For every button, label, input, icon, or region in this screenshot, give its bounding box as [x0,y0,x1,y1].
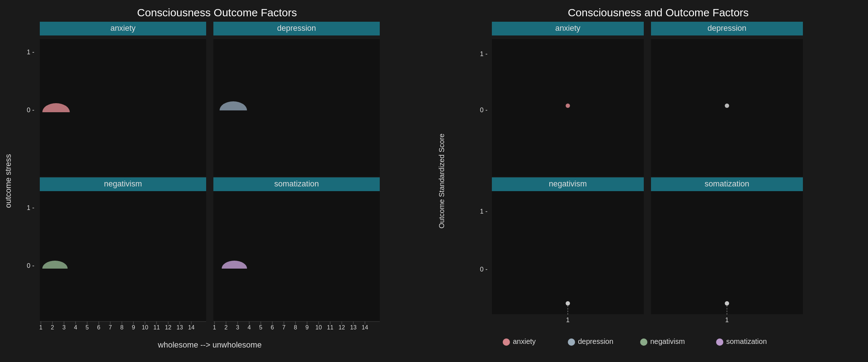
left-xtick-r-7: 7 [282,324,286,331]
left-xtick-l-6: 6 [97,324,101,331]
left-xtick-l-4: 4 [74,324,77,331]
left-xtick-l-2: 2 [51,324,54,331]
left-ytick-top-1: 1 - [27,49,34,56]
left-anxiety-label: anxiety [110,24,136,33]
left-title: Consciousness Outcome Factors [137,7,297,18]
left-somatization-clip [222,269,247,279]
right-negativism-dot [566,301,570,306]
left-bot-left-plot [40,191,206,321]
left-xtick-r-12: 12 [339,324,345,331]
left-negativism-label: negativism [104,179,142,188]
left-xtick-l-9: 9 [132,324,135,331]
left-xtick-r-10: 10 [315,324,322,331]
left-xtick-r-4: 4 [248,324,251,331]
legend-somatization-dot [716,338,723,346]
left-xtick-r-9: 9 [306,324,309,331]
left-xtick-l-13: 13 [176,324,183,331]
right-chart-panel: Consciousness and Outcome Factors anxiet… [434,0,868,362]
left-xtick-r-2: 2 [225,324,228,331]
left-depression-label: depression [277,24,316,33]
legend-depression-label: depression [578,337,613,345]
left-xtick-r-14: 14 [362,324,368,331]
left-chart-svg: Consciousness Outcome Factors anxiety de… [0,0,434,362]
left-xtick-l-5: 5 [86,324,89,331]
left-xtick-l-3: 3 [63,324,66,331]
left-bot-right-plot [213,191,380,321]
left-xtick-l-12: 12 [165,324,171,331]
right-somatization-dot [725,301,729,306]
right-bot-right-plot [651,191,803,314]
left-xtick-l-1: 1 [39,324,43,331]
left-xtick-r-6: 6 [271,324,274,331]
left-xtick-l-11: 11 [153,324,160,331]
legend-negativism-label: negativism [650,337,685,345]
left-xtick-l-10: 10 [142,324,148,331]
left-y-axis-label: outcome stress [4,154,13,208]
left-xtick-r-8: 8 [294,324,297,331]
left-xtick-l-14: 14 [188,324,195,331]
main-container: Consciousness Outcome Factors anxiety de… [0,0,868,362]
legend-negativism-dot [640,338,647,346]
right-ytick-bot-0: 0 - [480,266,488,273]
left-xtick-r-13: 13 [350,324,357,331]
right-negativism-label: negativism [549,179,587,188]
right-negativism-x-label: 1 [566,316,570,324]
left-xtick-l-7: 7 [109,324,112,331]
left-xtick-r-1: 1 [213,324,216,331]
left-depression-clip [220,110,247,121]
right-somatization-x-label: 1 [725,316,729,324]
left-chart-panel: Consciousness Outcome Factors anxiety de… [0,0,434,362]
right-title: Consciousness and Outcome Factors [568,7,749,18]
left-xtick-r-11: 11 [327,324,333,331]
left-xtick-r-5: 5 [259,324,263,331]
legend-anxiety-label: anxiety [513,337,536,345]
right-ytick-top-0: 0 - [480,106,488,114]
left-somatization-label: somatization [274,179,319,188]
right-anxiety-label: anxiety [555,24,580,33]
legend-depression-dot [568,338,575,346]
right-bot-left-plot [492,191,644,314]
left-x-axis-label: wholesome --> unwholesome [158,340,262,349]
left-ytick-bot-0: 0 - [27,262,34,269]
right-depression-dot [725,104,729,108]
left-xtick-l-8: 8 [120,324,124,331]
left-negativism-clip [42,269,68,279]
left-anxiety-clip [42,112,70,123]
right-anxiety-dot [566,104,570,108]
left-xtick-r-3: 3 [236,324,239,331]
right-ytick-top-1: 1 - [480,50,488,58]
legend-somatization-label: somatization [726,337,767,345]
left-ytick-bot-1: 1 - [27,204,34,211]
right-ytick-bot-1: 1 - [480,208,488,215]
right-chart-svg: Consciousness and Outcome Factors anxiet… [434,0,868,362]
legend-anxiety-dot [503,338,510,346]
right-y-axis-label: Outcome Standardized Score [438,134,446,228]
left-ytick-top-0: 0 - [27,106,34,114]
right-depression-label: depression [707,24,746,33]
right-somatization-label: somatization [705,179,749,188]
